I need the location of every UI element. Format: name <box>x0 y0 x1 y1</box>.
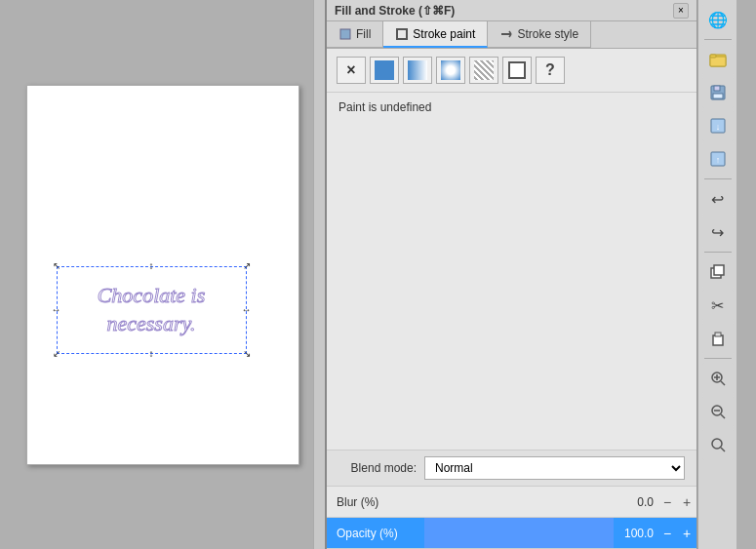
toolbar-cut-button[interactable]: ✂ <box>702 290 734 321</box>
blur-label: Blur (%) <box>327 495 424 509</box>
svg-rect-7 <box>710 55 716 58</box>
paint-none-button[interactable]: × <box>337 57 366 84</box>
page-canvas: Chocolate isnecessary. ↖ ↕ ↗ ↔ ↔ ↙ ↕ ↘ <box>26 85 299 465</box>
fill-stroke-panel: Fill and Stroke (⇧⌘F) × Fill Stroke pain… <box>327 0 697 549</box>
paint-pattern-button[interactable] <box>469 57 498 84</box>
opacity-slider-row: Opacity (%) 100.0 − + <box>327 518 696 549</box>
blur-decrement-button[interactable]: − <box>657 492 677 512</box>
blend-mode-row: Blend mode: Normal Multiply Screen Overl… <box>327 450 696 486</box>
toolbar-import-button[interactable]: ↓ <box>702 110 734 141</box>
panel-close-button[interactable]: × <box>673 3 689 19</box>
paint-edit-area <box>327 122 696 450</box>
svg-text:↓: ↓ <box>715 122 720 132</box>
svg-line-24 <box>721 414 725 418</box>
panel-tabs: Fill Stroke paint Stroke style <box>327 21 696 49</box>
outlined-swatch <box>508 61 526 79</box>
toolbar-export-button[interactable]: ↑ <box>702 143 734 175</box>
zoom-out-icon <box>710 404 726 419</box>
svg-rect-0 <box>340 29 350 39</box>
canvas-text-content: Chocolate isnecessary. <box>98 282 206 337</box>
svg-rect-9 <box>714 86 720 91</box>
pattern-swatch <box>474 60 494 80</box>
canvas-area: Chocolate isnecessary. ↖ ↕ ↗ ↔ ↔ ↙ ↕ ↘ <box>0 0 327 549</box>
toolbar-zoom-in-button[interactable] <box>702 363 734 394</box>
radial-gradient-swatch <box>441 60 460 80</box>
paint-radial-button[interactable] <box>436 57 465 84</box>
toolbar-separator-2 <box>704 178 732 179</box>
svg-rect-1 <box>397 29 407 39</box>
toolbar-save-button[interactable] <box>702 77 734 108</box>
paint-linear-button[interactable] <box>403 57 432 84</box>
blend-mode-label: Blend mode: <box>338 461 417 475</box>
opacity-value: 100.0 <box>614 527 657 540</box>
toolbar-undo-button[interactable]: ↩ <box>702 183 734 215</box>
blur-value: 0.0 <box>614 495 657 509</box>
opacity-increment-button[interactable]: + <box>677 524 696 543</box>
paste-icon <box>710 331 726 346</box>
svg-text:↑: ↑ <box>715 155 720 165</box>
paint-buttons-row: × ? <box>327 49 696 93</box>
export-icon: ↑ <box>709 150 727 168</box>
flat-color-swatch <box>375 60 394 80</box>
toolbar-zoom-out-button[interactable] <box>702 396 734 427</box>
toolbar-separator-4 <box>704 358 732 359</box>
paint-swatch-button[interactable] <box>502 57 532 84</box>
svg-rect-16 <box>714 265 724 275</box>
toolbar-duplicate-button[interactable] <box>702 256 734 288</box>
opacity-slider-fill <box>424 518 614 548</box>
blur-slider-bar[interactable] <box>424 487 614 517</box>
zoom-fit-icon <box>710 437 726 452</box>
paint-unknown-button[interactable]: ? <box>536 57 565 84</box>
toolbar-separator-1 <box>704 39 732 40</box>
opacity-label: Opacity (%) <box>327 527 424 540</box>
save-icon <box>709 84 727 101</box>
stroke-paint-tab-icon <box>395 27 409 41</box>
svg-rect-18 <box>715 333 721 336</box>
toolbar-separator-3 <box>704 252 732 253</box>
svg-line-20 <box>721 381 725 385</box>
import-icon: ↓ <box>709 117 727 135</box>
sliders-section: Blur (%) 0.0 − + Opacity (%) 100.0 − + <box>327 486 696 549</box>
toolbar-globe-button[interactable]: 🌐 <box>702 4 734 35</box>
paint-flat-button[interactable] <box>370 57 399 84</box>
blur-increment-button[interactable]: + <box>677 492 696 512</box>
fill-tab-icon <box>338 27 352 41</box>
svg-point-26 <box>712 439 722 449</box>
blend-mode-select[interactable]: Normal Multiply Screen Overlay Darken Li… <box>424 456 685 480</box>
toolbar-file-open-button[interactable] <box>702 44 734 75</box>
panel-title: Fill and Stroke (⇧⌘F) <box>335 4 455 18</box>
tab-stroke-paint[interactable]: Stroke paint <box>383 21 488 48</box>
tab-stroke-style[interactable]: Stroke style <box>488 21 591 48</box>
toolbar-redo-button[interactable]: ↪ <box>702 216 734 248</box>
canvas-scrollbar[interactable] <box>313 0 325 549</box>
opacity-decrement-button[interactable]: − <box>657 524 677 543</box>
right-toolbar: 🌐 ↓ ↑ ↩ ↪ ✂ <box>697 0 736 549</box>
toolbar-paste-button[interactable] <box>702 323 734 354</box>
panel-titlebar: Fill and Stroke (⇧⌘F) × <box>327 0 696 21</box>
linear-gradient-swatch <box>408 60 427 80</box>
folder-icon <box>709 51 727 68</box>
svg-rect-10 <box>713 94 723 98</box>
toolbar-zoom-fit-button[interactable] <box>702 429 734 460</box>
zoom-in-icon <box>710 371 726 386</box>
opacity-slider-bar[interactable] <box>424 518 614 548</box>
paint-status: Paint is undefined <box>327 93 696 122</box>
stroke-style-tab-icon <box>499 27 513 41</box>
canvas-text: Chocolate isnecessary. <box>57 266 247 354</box>
tab-fill[interactable]: Fill <box>327 21 383 48</box>
blur-slider-row: Blur (%) 0.0 − + <box>327 487 696 518</box>
svg-line-27 <box>721 448 725 451</box>
duplicate-icon <box>710 264 726 280</box>
